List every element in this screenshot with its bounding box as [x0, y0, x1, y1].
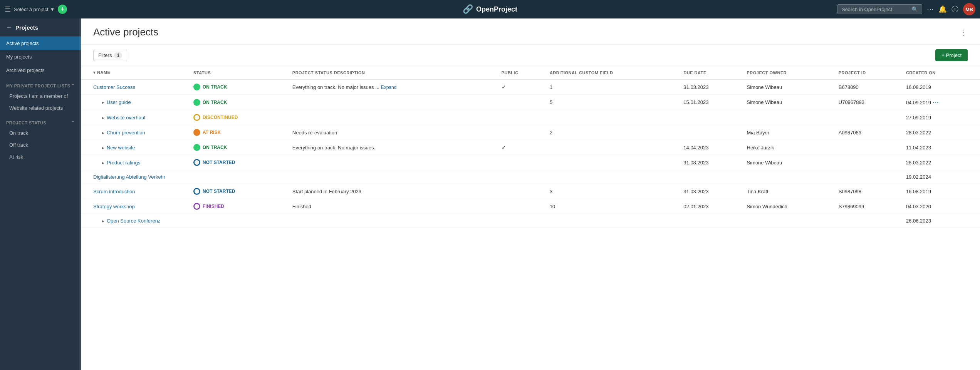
project-name-link[interactable]: Scrum introduction — [93, 189, 135, 194]
cell-name: ►New website — [81, 140, 189, 155]
project-selector[interactable]: Select a project ▼ — [14, 7, 55, 12]
sidebar-section-status: PROJECT STATUS ⌃ — [0, 114, 81, 127]
cell-owner: Simone Wibeau — [742, 155, 834, 170]
table-row: ►Open Source Konferenz26.06.2023 — [81, 214, 980, 228]
status-label: ON TRACK — [203, 145, 227, 150]
table-header: ▾ NAME STATUS PROJECT STATUS DESCRIPTION… — [81, 66, 980, 79]
project-name-link[interactable]: User guide — [107, 99, 131, 105]
search-input[interactable] — [842, 7, 909, 12]
cell-custom-field — [545, 214, 679, 228]
project-name-link[interactable]: Digitalisierung Abteilung Verkehr — [93, 174, 165, 180]
expand-arrow-icon[interactable]: ► — [101, 146, 105, 150]
cell-project-id — [834, 110, 901, 125]
filter-button[interactable]: Filters 1 — [93, 50, 127, 61]
status-badge: ON TRACK — [193, 144, 283, 151]
public-checkmark: ✓ — [502, 144, 506, 151]
cell-project-id: S79869099 — [834, 199, 901, 214]
table-row: Scrum introduction NOT STARTED Start pla… — [81, 184, 980, 199]
cell-name: ►Open Source Konferenz — [81, 214, 189, 228]
cell-description: Start planned in February 2023 — [288, 184, 497, 199]
cell-due-date: 02.01.2023 — [679, 199, 742, 214]
project-name-link[interactable]: Customer Success — [93, 84, 135, 90]
cell-due-date: 14.04.2023 — [679, 140, 742, 155]
sidebar-item-label: Archived projects — [6, 67, 45, 73]
cell-status: ON TRACK — [189, 140, 288, 155]
cell-name: ►Churn prevention — [81, 125, 189, 140]
main-content: Active projects ⋮ Filters 1 + Project ▾ … — [81, 18, 980, 370]
expand-arrow-icon[interactable]: ► — [101, 116, 105, 120]
sidebar-item-archived-projects[interactable]: Archived projects — [0, 64, 81, 77]
created-on-text: 04.03.2020 — [906, 204, 931, 209]
back-icon[interactable]: ← — [6, 24, 12, 31]
user-avatar[interactable]: MB — [963, 3, 975, 15]
cell-description — [288, 214, 497, 228]
expand-description-link[interactable]: Expand — [381, 85, 397, 90]
row-more-icon[interactable]: ⋯ — [933, 99, 940, 105]
cell-name: ►User guide — [81, 95, 189, 110]
col-description: PROJECT STATUS DESCRIPTION — [288, 66, 497, 79]
chevron-up-icon[interactable]: ⌃ — [71, 83, 75, 89]
sidebar-sub-item-label: Website related projects — [9, 105, 63, 111]
grid-icon[interactable]: ⋯ — [927, 5, 934, 13]
cell-public — [497, 110, 545, 125]
cell-custom-field: 1 — [545, 79, 679, 95]
col-public: PUBLIC — [497, 66, 545, 79]
chevron-up-icon[interactable]: ⌃ — [71, 120, 75, 126]
status-label: NOT STARTED — [203, 160, 235, 165]
cell-custom-field: 5 — [545, 95, 679, 110]
sidebar-sub-item-label: On track — [9, 130, 28, 136]
cell-created-on: 16.08.2019 — [901, 79, 980, 95]
sidebar-item-on-track[interactable]: On track — [0, 127, 81, 139]
sidebar-item-my-projects[interactable]: My projects — [0, 50, 81, 64]
add-project-label: + Project — [941, 52, 962, 58]
cell-project-id — [834, 214, 901, 228]
sidebar-item-at-risk[interactable]: At risk — [0, 151, 81, 163]
help-icon[interactable]: ⓘ — [951, 5, 958, 14]
status-dot-icon — [193, 99, 200, 106]
table-row: ►Website overhaul DISCONTINUED 27.09.201… — [81, 110, 980, 125]
projects-table-wrapper: ▾ NAME STATUS PROJECT STATUS DESCRIPTION… — [81, 66, 980, 370]
expand-arrow-icon[interactable]: ► — [101, 161, 105, 165]
cell-name: Digitalisierung Abteilung Verkehr — [81, 170, 189, 184]
expand-arrow-icon[interactable]: ► — [101, 100, 105, 105]
cell-due-date: 31.03.2023 — [679, 184, 742, 199]
cell-owner: Mia Bayer — [742, 125, 834, 140]
sidebar-item-off-track[interactable]: Off track — [0, 139, 81, 151]
add-project-button[interactable]: + Project — [935, 49, 968, 61]
search-box[interactable]: 🔍 — [837, 4, 922, 14]
sidebar-item-member-of[interactable]: Projects I am a member of — [0, 90, 81, 102]
project-name-link[interactable]: Product ratings — [107, 160, 140, 166]
filter-label: Filters — [98, 52, 112, 58]
cell-public — [497, 170, 545, 184]
logo: 🔗 OpenProject — [463, 4, 517, 14]
hamburger-icon[interactable]: ☰ — [5, 5, 11, 13]
logo-icon: 🔗 — [463, 4, 473, 14]
project-name-link[interactable]: Churn prevention — [107, 130, 145, 136]
cell-created-on: 27.09.2019 — [901, 110, 980, 125]
status-label: DISCONTINUED — [203, 115, 238, 120]
expand-arrow-icon[interactable]: ► — [101, 131, 105, 135]
project-name-link[interactable]: Strategy workshop — [93, 204, 135, 209]
project-name-link[interactable]: Website overhaul — [107, 115, 145, 121]
col-custom: ADDITIONAL CUSTOM FIELD — [545, 66, 679, 79]
cell-created-on: 04.09.2019 ⋯ — [901, 95, 980, 110]
more-options-icon[interactable]: ⋮ — [960, 28, 968, 37]
cell-public — [497, 155, 545, 170]
project-name-link[interactable]: New website — [107, 145, 135, 151]
cell-owner — [742, 110, 834, 125]
status-badge: AT RISK — [193, 129, 283, 136]
expand-arrow-icon[interactable]: ► — [101, 219, 105, 223]
cell-description: Everything on track. No major issues. — [288, 140, 497, 155]
search-icon: 🔍 — [911, 6, 918, 12]
notification-bell-icon[interactable]: 🔔 — [938, 5, 947, 13]
cell-due-date: 31.08.2023 — [679, 155, 742, 170]
top-navigation: ☰ Select a project ▼ + 🔗 OpenProject 🔍 ⋯… — [0, 0, 980, 18]
sidebar-item-active-projects[interactable]: Active projects — [0, 37, 81, 50]
logo-text: OpenProject — [476, 5, 517, 13]
sidebar-resize-handle[interactable] — [79, 18, 81, 370]
add-project-button[interactable]: + — [58, 5, 67, 14]
cell-status — [189, 170, 288, 184]
sidebar-item-website-related[interactable]: Website related projects — [0, 102, 81, 114]
project-name-link[interactable]: Open Source Konferenz — [107, 218, 160, 224]
table-body: Customer Success ON TRACK Everything on … — [81, 79, 980, 228]
